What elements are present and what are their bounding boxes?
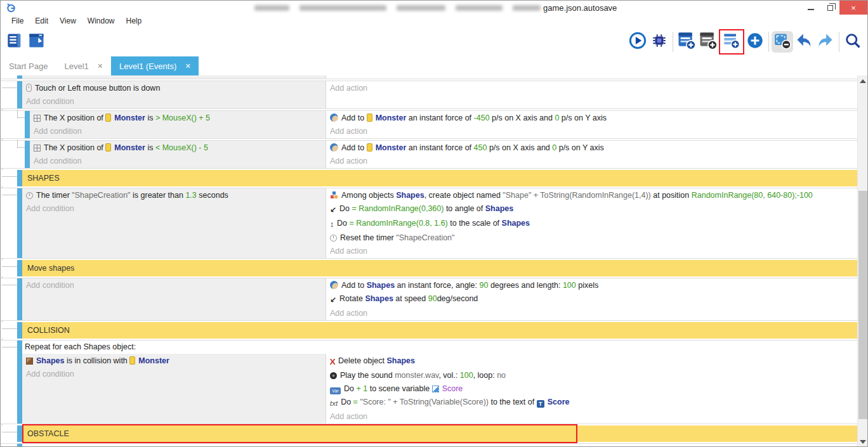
text-segment: -450	[474, 113, 490, 122]
condition-line[interactable]: Touch or Left mouse button is down	[22, 82, 326, 95]
vertical-scrollbar[interactable]	[857, 75, 867, 447]
add-condition-link[interactable]: Add condition	[22, 95, 326, 108]
redo-button[interactable]	[815, 31, 836, 53]
condition-line[interactable]: The timer "ShapeCreation" is greater tha…	[22, 189, 326, 202]
action-line[interactable]: ↙Rotate Shapes at speed 90deg/second	[326, 292, 857, 307]
tab-level1-events-[interactable]: Level1 (Events)×	[111, 56, 199, 75]
menu-item-help[interactable]: Help	[121, 16, 148, 25]
add-condition-link[interactable]: Add condition	[30, 125, 326, 138]
add-condition-link[interactable]: Add condition	[30, 155, 326, 168]
action-line[interactable]: Among objects Shapes, create object name…	[326, 189, 857, 202]
event-row[interactable]: Touch or Left mouse button is downAdd co…	[1, 81, 857, 109]
tab-level1[interactable]: Level1×	[56, 56, 111, 75]
text-segment: 90	[480, 281, 489, 290]
action-line[interactable]: VarDo + 1 to scene variable Score	[326, 382, 857, 396]
search-button[interactable]	[842, 31, 864, 53]
add-action-link[interactable]: Add action	[326, 307, 857, 320]
add-condition-link[interactable]: Add condition	[22, 279, 326, 292]
textobj-icon: T	[537, 400, 544, 408]
minimize-button[interactable]	[801, 1, 820, 15]
add-action-link[interactable]: Add action	[326, 125, 857, 138]
undo-button[interactable]	[793, 31, 815, 53]
tree-stub-line	[2, 432, 17, 432]
scene-editor-button[interactable]	[26, 31, 48, 53]
actions-cell[interactable]: Add to Shapes an instant force, angle: 9…	[326, 278, 857, 320]
action-line[interactable]: XDelete object Shapes	[326, 354, 857, 369]
action-line[interactable]: Add to Monster an instant force of -450 …	[326, 112, 857, 125]
event-row[interactable]: The timer "ShapeCreation" is greater tha…	[1, 188, 857, 259]
action-line[interactable]: txtDo = "Score: " + ToString(Variable(Sc…	[326, 396, 857, 410]
actions-cell[interactable]: XDelete object ShapesPlay the sound mons…	[326, 354, 857, 424]
scroll-down-icon[interactable]	[860, 440, 866, 444]
conditions-cell[interactable]: Touch or Left mouse button is downAdd co…	[22, 81, 326, 108]
add-action-link[interactable]: Add action	[326, 155, 857, 168]
text-segment: seconds	[197, 191, 228, 200]
add-subevent-button[interactable]	[697, 31, 719, 53]
event-row[interactable]: The X position of Monster is < MouseX() …	[1, 140, 857, 169]
conditions-cell[interactable]: The X position of Monster is < MouseX() …	[30, 141, 326, 168]
event-row[interactable]: Add conditionAdd to Shapes an instant fo…	[1, 278, 857, 321]
text-segment: Shapes	[36, 356, 64, 365]
text-segment: Add action	[330, 247, 367, 256]
add-event-button[interactable]	[676, 31, 697, 53]
tab-start-page[interactable]: Start Page	[1, 56, 56, 75]
menu-bar: FileEditViewWindowHelp	[1, 15, 867, 27]
action-line[interactable]: Play the sound monster.wav, vol.: 100, l…	[326, 369, 857, 382]
action-line[interactable]: Add to Shapes an instant force, angle: 9…	[326, 279, 857, 292]
close-button[interactable]: ×	[839, 1, 867, 15]
menu-item-file[interactable]: File	[6, 16, 29, 25]
actions-cell[interactable]: Add to Monster an instant force of 450 p…	[326, 141, 857, 168]
add-action-link[interactable]: Add action	[326, 410, 857, 424]
menu-item-view[interactable]: View	[54, 16, 82, 25]
tab-close-icon[interactable]: ×	[98, 61, 103, 71]
add-action-link[interactable]: Add action	[326, 82, 857, 95]
menu-item-edit[interactable]: Edit	[29, 16, 54, 25]
open-project-button[interactable]	[4, 31, 26, 53]
comment-row-move-shapes[interactable]: Move shapes	[1, 260, 857, 276]
restore-button[interactable]	[820, 1, 839, 15]
scroll-up-icon[interactable]	[860, 79, 866, 83]
add-comment-button[interactable]	[721, 31, 742, 53]
text-segment: deg/second	[437, 294, 478, 303]
redo-icon	[817, 32, 834, 52]
monster-icon	[105, 143, 111, 152]
add-action-link[interactable]: Add action	[326, 245, 857, 258]
actions-cell[interactable]: Add action	[326, 81, 857, 108]
action-line[interactable]: ↕Do = RandomInRange(0.8, 1.6) to the sca…	[326, 217, 857, 231]
debug-button[interactable]	[648, 31, 670, 53]
play-button[interactable]	[627, 31, 648, 53]
event-selection-bar	[17, 75, 22, 79]
tab-close-icon[interactable]: ×	[185, 61, 190, 71]
actions-cell[interactable]: Among objects Shapes, create object name…	[326, 188, 857, 258]
text-segment: < MouseX() - 5	[155, 143, 208, 152]
event-row[interactable]: The X position of Monster is > MouseX() …	[1, 110, 857, 139]
conditions-cell[interactable]: The timer "ShapeCreation" is greater tha…	[22, 188, 326, 258]
menu-item-window[interactable]: Window	[82, 16, 121, 25]
comment-row-obstacle[interactable]: OBSTACLE	[1, 425, 857, 442]
action-line[interactable]: ↙Do = RandomInRange(0,360) to angle of S…	[326, 202, 857, 217]
repeat-header[interactable]: Repeat for each Shapes object:	[22, 340, 857, 354]
actions-cell[interactable]: Add to Monster an instant force of -450 …	[326, 111, 857, 138]
action-line[interactable]: Add to Monster an instant force of 450 p…	[326, 141, 857, 155]
text-segment: "ShapeCreation"	[72, 191, 130, 200]
text-segment: Score	[548, 398, 570, 406]
event-row[interactable]: Repeat for each Shapes object:Shapes is …	[1, 340, 857, 424]
comment-rail	[1, 322, 17, 339]
conditions-cell[interactable]: The X position of Monster is > MouseX() …	[30, 111, 326, 138]
condition-line[interactable]: The X position of Monster is < MouseX() …	[30, 141, 326, 155]
text-segment: Add condition	[26, 281, 74, 290]
add-comment-icon	[723, 32, 740, 52]
conditions-cell[interactable]: Add condition	[22, 278, 326, 320]
app-window: game.json.autosave × FileEditViewWindowH…	[0, 0, 868, 447]
condition-line[interactable]: The X position of Monster is > MouseX() …	[30, 112, 326, 125]
action-line[interactable]: Reset the timer "ShapeCreation"	[326, 231, 857, 245]
remove-event-button[interactable]	[772, 31, 793, 53]
condition-line[interactable]: Shapes is in collision with Monster	[22, 354, 326, 368]
add-condition-link[interactable]: Add condition	[22, 368, 326, 381]
add-condition-link[interactable]: Add condition	[22, 202, 326, 216]
add-circle-button[interactable]	[744, 31, 766, 53]
scrollbar-thumb[interactable]	[858, 191, 867, 419]
conditions-cell[interactable]: Shapes is in collision with MonsterAdd c…	[22, 354, 326, 424]
comment-row-collision[interactable]: COLLISION	[1, 322, 857, 339]
comment-row-shapes[interactable]: SHAPES	[1, 170, 857, 186]
